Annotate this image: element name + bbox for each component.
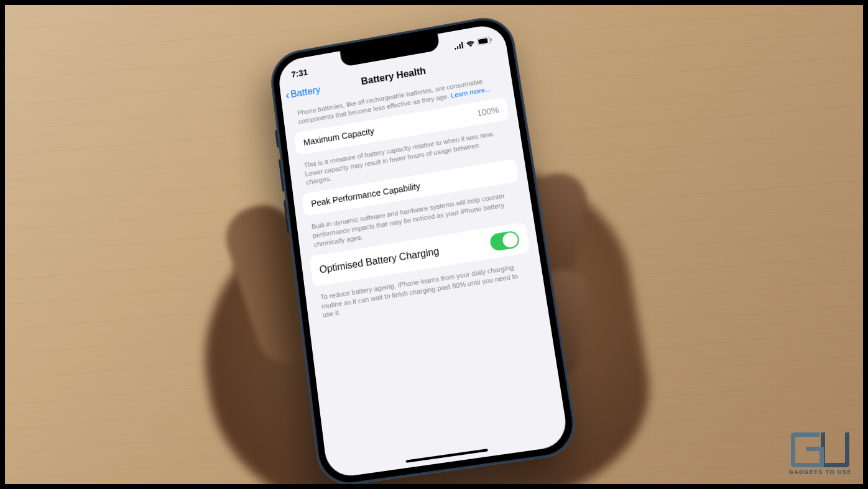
back-button[interactable]: ‹ Battery	[285, 83, 321, 102]
status-time: 7:31	[291, 67, 308, 79]
max-capacity-label: Maximum Capacity	[303, 126, 375, 147]
watermark: GADGETS TO USE	[789, 432, 852, 475]
settings-content: Phone batteries, like all rechargeable b…	[282, 69, 545, 329]
toggle-knob	[502, 231, 519, 248]
photo-background: 7:31	[5, 5, 863, 484]
cellular-signal-icon	[453, 42, 464, 50]
chevron-left-icon: ‹	[285, 88, 290, 102]
watermark-text: GADGETS TO USE	[789, 469, 852, 475]
battery-icon	[477, 36, 492, 45]
svg-rect-1	[478, 38, 488, 44]
max-capacity-value: 100%	[476, 105, 499, 118]
watermark-logo-icon	[791, 432, 849, 467]
status-indicators	[453, 36, 492, 50]
back-label: Battery	[290, 84, 321, 99]
home-indicator[interactable]	[405, 449, 487, 463]
svg-rect-2	[491, 39, 492, 41]
optimised-charging-toggle[interactable]	[489, 230, 520, 252]
wifi-icon	[465, 39, 475, 47]
